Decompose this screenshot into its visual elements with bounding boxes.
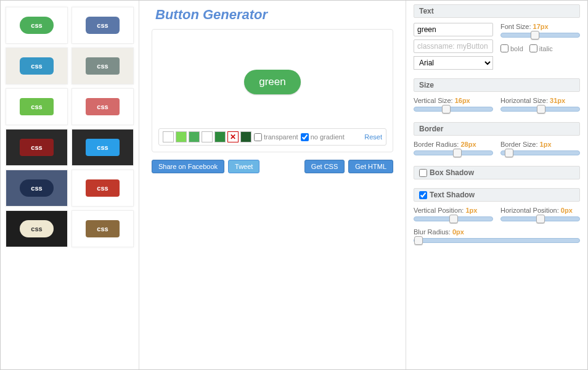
preset-card-11[interactable]: css (71, 210, 134, 247)
section-header-border: Border (414, 122, 580, 136)
color-swatch-row: ✕ transparent no gradient Reset (158, 128, 386, 146)
color-swatch-2[interactable] (189, 131, 200, 142)
preset-button-11: css (86, 220, 119, 237)
color-swatch-3[interactable] (202, 131, 213, 142)
preset-button-1: css (86, 17, 119, 34)
text-shadow-toggle[interactable] (419, 191, 427, 199)
preset-card-0[interactable]: css (6, 7, 68, 44)
preset-button-4: css (20, 98, 53, 115)
font-select[interactable]: Arial (414, 56, 493, 70)
reset-link[interactable]: Reset (364, 133, 382, 141)
ts-blur-label: Blur Radius: 0px (414, 228, 580, 236)
classname-input[interactable] (414, 39, 493, 53)
swatch-none[interactable]: ✕ (227, 131, 239, 142)
preset-card-10[interactable]: css (6, 210, 68, 247)
preset-button-5: css (86, 98, 119, 115)
preset-card-5[interactable]: css (71, 88, 134, 125)
preset-card-8[interactable]: css (6, 170, 68, 207)
preset-card-1[interactable]: css (71, 7, 134, 44)
get-html-button[interactable]: Get HTML (348, 160, 393, 173)
border-size-label: Border Size: 1px (500, 141, 580, 148)
ts-vertical-label: Vertical Position: 1px (414, 207, 493, 214)
font-size-label: Font Size: 17px (500, 23, 580, 30)
preset-card-4[interactable]: css (6, 88, 68, 125)
ts-horizontal-slider[interactable] (500, 216, 580, 221)
options-panel: Text Arial Font Size: 17px bold italic (406, 1, 587, 369)
bold-checkbox[interactable]: bold (500, 44, 523, 52)
preset-sidebar: csscsscsscsscsscsscsscsscsscsscsscss (1, 1, 139, 369)
box-shadow-toggle[interactable] (419, 169, 427, 177)
preset-button-3: css (86, 57, 119, 75)
preview-box: green ✕ transparent no gradient Reset (152, 29, 393, 152)
preset-card-2[interactable]: css (6, 47, 68, 84)
preset-card-6[interactable]: css (6, 129, 68, 166)
border-size-slider[interactable] (500, 150, 580, 155)
ts-horizontal-label: Horizontal Position: 0px (500, 207, 580, 214)
color-swatch-0[interactable] (163, 131, 174, 142)
preset-button-7: css (86, 139, 119, 156)
preset-button-10: css (20, 220, 53, 237)
border-radius-slider[interactable] (414, 150, 493, 155)
preset-button-0: css (20, 17, 53, 34)
preset-button-6: css (20, 139, 53, 156)
page-title: Button Generator (155, 7, 393, 23)
preset-card-7[interactable]: css (71, 129, 134, 166)
vertical-size-label: Vertical Size: 16px (414, 97, 493, 104)
border-radius-label: Border Radius: 28px (414, 141, 493, 148)
section-header-box-shadow[interactable]: Box Shadow (414, 166, 580, 179)
preset-card-3[interactable]: css (71, 47, 134, 84)
button-text-input[interactable] (414, 23, 493, 36)
preview-canvas: green (158, 36, 386, 128)
color-swatch-1[interactable] (176, 131, 187, 142)
section-header-text-shadow[interactable]: Text Shadow (414, 188, 580, 202)
ts-vertical-slider[interactable] (414, 216, 493, 221)
section-header-size: Size (414, 78, 580, 92)
preset-card-9[interactable]: css (71, 170, 134, 207)
ts-blur-slider[interactable] (414, 238, 580, 243)
preset-button-2: css (20, 57, 53, 75)
vertical-size-slider[interactable] (414, 107, 493, 112)
transparent-checkbox[interactable]: transparent (254, 133, 298, 141)
horizontal-size-slider[interactable] (500, 107, 580, 112)
tweet-button[interactable]: Tweet (228, 160, 259, 173)
color-swatch-6[interactable] (240, 131, 251, 142)
get-css-button[interactable]: Get CSS (304, 160, 345, 173)
generated-button[interactable]: green (244, 70, 300, 94)
color-swatch-4[interactable] (214, 131, 226, 142)
section-header-text: Text (414, 4, 580, 18)
preset-button-8: css (20, 179, 53, 197)
italic-checkbox[interactable]: italic (529, 44, 553, 52)
share-facebook-button[interactable]: Share on Facebook (152, 160, 224, 173)
no-gradient-checkbox[interactable]: no gradient (301, 133, 345, 141)
main-area: Button Generator green ✕ transparent no … (139, 1, 406, 369)
horizontal-size-label: Horizontal Size: 31px (500, 97, 580, 104)
preset-button-9: css (86, 179, 119, 197)
font-size-slider[interactable] (500, 33, 580, 38)
